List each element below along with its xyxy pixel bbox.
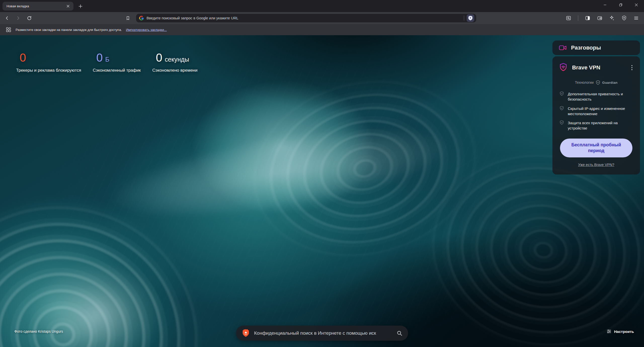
vpn-feature-item: Скрытый IP-адрес и измененное местополож… bbox=[559, 106, 633, 117]
vpn-feature-text: Дополнительная приватность и безопасност… bbox=[568, 91, 626, 102]
stat-unit: Б bbox=[105, 56, 109, 63]
search-window-icon[interactable] bbox=[566, 15, 571, 21]
tab-strip: Новая вкладка bbox=[0, 0, 644, 12]
vpn-card-title: Brave VPN bbox=[572, 64, 600, 71]
tab-close-icon[interactable] bbox=[65, 3, 71, 9]
shield-check-icon bbox=[559, 106, 564, 111]
already-have-vpn-link[interactable]: Уже есть Brave VPN? bbox=[578, 163, 614, 167]
stat-trackers-blocked: 0 Трекеры и реклама блокируются bbox=[16, 51, 81, 73]
vpn-more-menu-icon[interactable] bbox=[630, 64, 633, 71]
close-window-button[interactable] bbox=[628, 0, 644, 10]
stat-value: 0 bbox=[20, 51, 26, 64]
customize-button[interactable]: Настроить bbox=[607, 329, 634, 334]
video-camera-icon bbox=[559, 45, 567, 51]
wallet-icon[interactable] bbox=[597, 15, 602, 21]
shield-check-icon bbox=[559, 120, 564, 125]
new-tab-button[interactable] bbox=[76, 2, 85, 10]
bookmarks-bar: Разместите свои закладки на панели закла… bbox=[0, 24, 644, 35]
wallpaper-texture bbox=[0, 35, 644, 347]
google-g-icon bbox=[139, 16, 144, 20]
address-zone bbox=[34, 14, 566, 23]
sidebar-icon[interactable] bbox=[585, 15, 590, 21]
vpn-feature-item: Дополнительная приватность и безопасност… bbox=[559, 91, 633, 102]
vpn-login-row: Уже есть Brave VPN? bbox=[559, 162, 633, 167]
tab-title: Новая вкладка bbox=[7, 4, 65, 8]
guardian-logo-icon bbox=[596, 80, 600, 85]
stat-value: 0 bbox=[96, 51, 103, 64]
leo-ai-sparkle-icon[interactable] bbox=[609, 15, 615, 21]
brave-search-input[interactable] bbox=[254, 330, 392, 336]
photo-credit: Фото сделано Kristaps Ungurs bbox=[14, 329, 63, 333]
brave-search-box[interactable] bbox=[236, 326, 408, 341]
bookmarks-hint-text: Разместите свои закладки на панели закла… bbox=[16, 28, 122, 32]
shield-check-icon bbox=[559, 91, 564, 96]
minimize-button[interactable] bbox=[597, 0, 613, 10]
customize-label: Настроить bbox=[614, 329, 634, 334]
apps-grid-icon[interactable] bbox=[6, 27, 12, 33]
talk-card-title: Разговоры bbox=[571, 45, 601, 51]
search-icon[interactable] bbox=[396, 330, 403, 336]
window-controls bbox=[597, 0, 644, 10]
brave-lion-icon bbox=[242, 329, 250, 337]
vpn-feature-item: Защита всех приложений на устройстве bbox=[559, 120, 633, 131]
import-bookmarks-link[interactable]: Импортировать закладки... bbox=[126, 28, 167, 32]
new-tab-page: 0 Трекеры и реклама блокируются 0 Б Сэко… bbox=[0, 35, 644, 347]
vpn-gradient-shield-icon bbox=[559, 63, 568, 72]
powered-by-label: Технологии bbox=[575, 80, 593, 84]
toolbar bbox=[0, 12, 644, 24]
vpn-header: Brave VPN bbox=[559, 63, 633, 72]
brave-talk-card[interactable]: Разговоры bbox=[552, 40, 640, 55]
brave-vpn-card: Brave VPN Технологии Guardian bbox=[552, 56, 640, 175]
vpn-free-trial-button[interactable]: Бесплатный пробный период bbox=[560, 139, 632, 157]
tab-new-tab[interactable]: Новая вкладка bbox=[3, 2, 73, 11]
stat-label: Сэкономлено времени bbox=[152, 68, 197, 73]
reload-button[interactable] bbox=[25, 14, 34, 23]
stat-bandwidth-saved: 0 Б Сэкономленный трафик bbox=[93, 51, 141, 73]
brave-shields-icon[interactable] bbox=[467, 14, 474, 22]
toolbar-actions bbox=[566, 15, 639, 21]
vpn-feature-text: Скрытый IP-адрес и измененное местополож… bbox=[568, 106, 626, 117]
toolbar-separator bbox=[578, 15, 578, 21]
address-bar[interactable] bbox=[136, 14, 476, 22]
stat-time-saved: 0 секунды Сэкономлено времени bbox=[152, 51, 197, 73]
restore-button[interactable] bbox=[613, 0, 628, 10]
powered-by-row: Технологии Guardian bbox=[559, 80, 633, 85]
nav-controls bbox=[3, 14, 34, 23]
stat-unit: секунды bbox=[165, 56, 189, 63]
widget-panel: Разговоры Brave VPN Технологии bbox=[552, 40, 640, 175]
address-bar-separator bbox=[464, 16, 464, 21]
privacy-stats: 0 Трекеры и реклама блокируются 0 Б Сэко… bbox=[16, 51, 197, 73]
vpn-feature-text: Защита всех приложений на устройстве bbox=[568, 120, 626, 131]
stat-label: Сэкономленный трафик bbox=[93, 68, 141, 73]
vpn-shield-icon[interactable] bbox=[621, 15, 627, 21]
back-button[interactable] bbox=[3, 14, 12, 23]
stat-value: 0 bbox=[156, 51, 163, 64]
bookmark-icon[interactable] bbox=[124, 14, 133, 23]
sliders-icon bbox=[607, 329, 612, 334]
forward-button[interactable] bbox=[14, 14, 23, 23]
stat-label: Трекеры и реклама блокируются bbox=[16, 68, 81, 73]
url-input[interactable] bbox=[147, 16, 461, 20]
guardian-brand-label: Guardian bbox=[602, 81, 618, 84]
vpn-feature-list: Дополнительная приватность и безопасност… bbox=[559, 91, 633, 131]
menu-icon[interactable] bbox=[633, 15, 639, 21]
